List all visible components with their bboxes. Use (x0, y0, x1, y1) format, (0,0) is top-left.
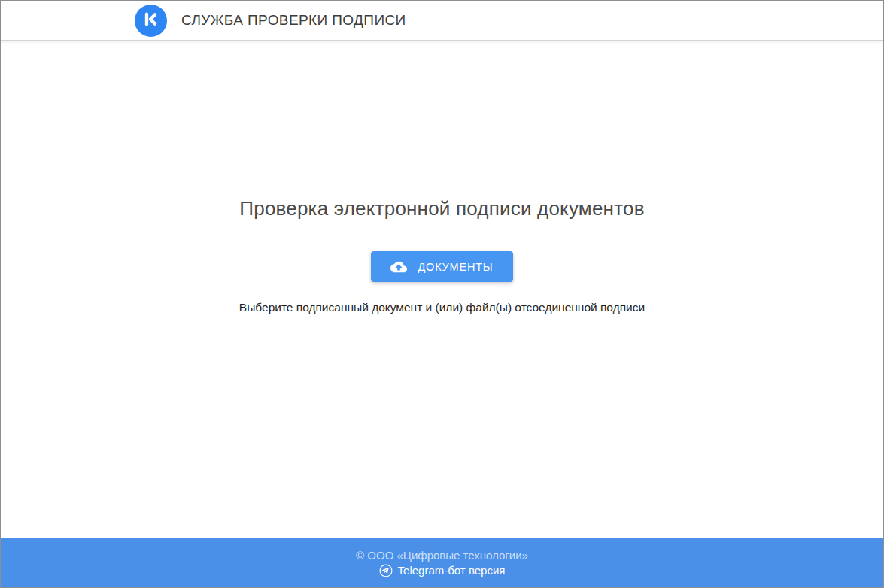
page-title: Проверка электронной подписи документов (1, 197, 883, 220)
documents-upload-button-label: ДОКУМЕНТЫ (418, 261, 493, 273)
telegram-bot-link[interactable]: Telegram-бот версия (379, 564, 506, 577)
header: СЛУЖБА ПРОВЕРКИ ПОДПИСИ (1, 1, 883, 41)
telegram-bot-link-label: Telegram-бот версия (398, 564, 506, 577)
upload-hint-text: Выберите подписанный документ и (или) фа… (1, 301, 883, 314)
telegram-icon (379, 564, 393, 577)
page: СЛУЖБА ПРОВЕРКИ ПОДПИСИ Проверка электро… (0, 0, 884, 588)
footer: © ООО «Цифровые технологии» Telegram-бот… (1, 538, 883, 587)
app-title: СЛУЖБА ПРОВЕРКИ ПОДПИСИ (181, 12, 406, 29)
logo-k-icon (141, 9, 161, 32)
documents-upload-button[interactable]: ДОКУМЕНТЫ (371, 251, 512, 282)
main-content: Проверка электронной подписи документов … (1, 41, 883, 538)
cloud-upload-icon (390, 259, 407, 275)
logo[interactable] (135, 5, 167, 37)
copyright-text: © ООО «Цифровые технологии» (356, 549, 528, 562)
